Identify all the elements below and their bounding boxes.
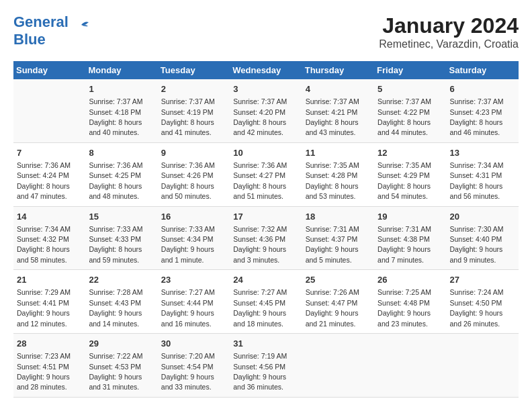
week-row-4: 21Sunrise: 7:29 AMSunset: 4:41 PMDayligh… — [13, 270, 519, 334]
day-cell: 4Sunrise: 7:37 AMSunset: 4:21 PMDaylight… — [302, 79, 374, 142]
header-wednesday: Wednesday — [230, 61, 302, 79]
day-info: Sunrise: 7:28 AMSunset: 4:43 PMDaylight:… — [89, 288, 142, 327]
page-subtitle: Remetinec, Varazdin, Croatia — [379, 38, 519, 50]
day-info: Sunrise: 7:31 AMSunset: 4:38 PMDaylight:… — [378, 225, 431, 264]
header-monday: Monday — [85, 61, 157, 79]
day-cell: 22Sunrise: 7:28 AMSunset: 4:43 PMDayligh… — [85, 270, 157, 334]
day-cell — [13, 79, 85, 142]
day-number: 2 — [161, 83, 226, 95]
day-info: Sunrise: 7:31 AMSunset: 4:37 PMDaylight:… — [306, 225, 359, 264]
day-number: 13 — [450, 147, 515, 159]
day-cell — [302, 334, 374, 398]
header-friday: Friday — [374, 61, 446, 79]
day-cell: 8Sunrise: 7:36 AMSunset: 4:25 PMDaylight… — [85, 142, 157, 206]
day-info: Sunrise: 7:37 AMSunset: 4:21 PMDaylight:… — [306, 97, 359, 136]
day-cell: 15Sunrise: 7:33 AMSunset: 4:33 PMDayligh… — [85, 206, 157, 270]
day-cell: 14Sunrise: 7:34 AMSunset: 4:32 PMDayligh… — [13, 206, 85, 270]
day-number: 15 — [89, 211, 154, 223]
day-cell — [447, 334, 519, 398]
day-info: Sunrise: 7:23 AMSunset: 4:51 PMDaylight:… — [17, 352, 71, 391]
day-info: Sunrise: 7:25 AMSunset: 4:48 PMDaylight:… — [378, 288, 431, 327]
day-number: 25 — [306, 274, 371, 286]
day-cell: 25Sunrise: 7:26 AMSunset: 4:47 PMDayligh… — [302, 270, 374, 334]
day-number: 24 — [233, 274, 298, 286]
day-number: 8 — [89, 147, 154, 159]
day-cell: 28Sunrise: 7:23 AMSunset: 4:51 PMDayligh… — [13, 334, 85, 398]
day-number: 6 — [450, 83, 515, 95]
calendar-table: Sunday Monday Tuesday Wednesday Thursday… — [13, 61, 519, 398]
day-info: Sunrise: 7:37 AMSunset: 4:18 PMDaylight:… — [89, 97, 142, 136]
day-number: 7 — [17, 147, 82, 159]
day-number: 14 — [17, 211, 82, 223]
day-number: 31 — [233, 338, 298, 350]
day-info: Sunrise: 7:27 AMSunset: 4:44 PMDaylight:… — [161, 288, 215, 327]
day-cell: 5Sunrise: 7:37 AMSunset: 4:22 PMDaylight… — [374, 79, 446, 142]
day-number: 3 — [233, 83, 298, 95]
day-number: 28 — [17, 338, 82, 350]
day-info: Sunrise: 7:36 AMSunset: 4:27 PMDaylight:… — [233, 161, 287, 200]
day-cell: 18Sunrise: 7:31 AMSunset: 4:37 PMDayligh… — [302, 206, 374, 270]
title-block: January 2024 Remetinec, Varazdin, Croati… — [379, 13, 519, 50]
day-info: Sunrise: 7:35 AMSunset: 4:29 PMDaylight:… — [378, 161, 431, 200]
day-number: 11 — [306, 147, 371, 159]
day-info: Sunrise: 7:36 AMSunset: 4:25 PMDaylight:… — [89, 161, 142, 200]
day-cell: 3Sunrise: 7:37 AMSunset: 4:20 PMDaylight… — [230, 79, 302, 142]
day-cell: 9Sunrise: 7:36 AMSunset: 4:26 PMDaylight… — [158, 142, 230, 206]
day-info: Sunrise: 7:27 AMSunset: 4:45 PMDaylight:… — [233, 288, 287, 327]
page-title: January 2024 — [379, 13, 519, 38]
day-info: Sunrise: 7:34 AMSunset: 4:31 PMDaylight:… — [450, 161, 504, 200]
day-number: 30 — [161, 338, 226, 350]
day-info: Sunrise: 7:37 AMSunset: 4:20 PMDaylight:… — [233, 97, 287, 136]
week-row-2: 7Sunrise: 7:36 AMSunset: 4:24 PMDaylight… — [13, 142, 519, 206]
page-header: GeneralBlue January 2024 Remetinec, Vara… — [13, 13, 519, 50]
day-cell: 2Sunrise: 7:37 AMSunset: 4:19 PMDaylight… — [158, 79, 230, 142]
day-number: 23 — [161, 274, 226, 286]
day-number: 29 — [89, 338, 154, 350]
week-row-1: 1Sunrise: 7:37 AMSunset: 4:18 PMDaylight… — [13, 79, 519, 142]
day-cell: 29Sunrise: 7:22 AMSunset: 4:53 PMDayligh… — [85, 334, 157, 398]
day-cell — [374, 334, 446, 398]
header-saturday: Saturday — [447, 61, 519, 79]
day-number: 9 — [161, 147, 226, 159]
day-number: 16 — [161, 211, 226, 223]
logo-text: GeneralBlue — [13, 13, 69, 48]
day-info: Sunrise: 7:35 AMSunset: 4:28 PMDaylight:… — [306, 161, 359, 200]
day-cell: 1Sunrise: 7:37 AMSunset: 4:18 PMDaylight… — [85, 79, 157, 142]
logo: GeneralBlue — [13, 13, 91, 48]
day-cell: 7Sunrise: 7:36 AMSunset: 4:24 PMDaylight… — [13, 142, 85, 206]
day-cell: 12Sunrise: 7:35 AMSunset: 4:29 PMDayligh… — [374, 142, 446, 206]
day-info: Sunrise: 7:29 AMSunset: 4:41 PMDaylight:… — [17, 288, 71, 327]
logo-bird-icon — [71, 18, 91, 38]
day-cell: 17Sunrise: 7:32 AMSunset: 4:36 PMDayligh… — [230, 206, 302, 270]
day-cell: 30Sunrise: 7:20 AMSunset: 4:54 PMDayligh… — [158, 334, 230, 398]
day-number: 1 — [89, 83, 154, 95]
day-info: Sunrise: 7:32 AMSunset: 4:36 PMDaylight:… — [233, 225, 287, 264]
day-info: Sunrise: 7:37 AMSunset: 4:19 PMDaylight:… — [161, 97, 215, 136]
day-info: Sunrise: 7:36 AMSunset: 4:24 PMDaylight:… — [17, 161, 71, 200]
day-info: Sunrise: 7:34 AMSunset: 4:32 PMDaylight:… — [17, 225, 71, 264]
day-info: Sunrise: 7:36 AMSunset: 4:26 PMDaylight:… — [161, 161, 215, 200]
day-cell: 19Sunrise: 7:31 AMSunset: 4:38 PMDayligh… — [374, 206, 446, 270]
day-info: Sunrise: 7:30 AMSunset: 4:40 PMDaylight:… — [450, 225, 504, 264]
calendar-header-row: Sunday Monday Tuesday Wednesday Thursday… — [13, 61, 519, 79]
day-cell: 23Sunrise: 7:27 AMSunset: 4:44 PMDayligh… — [158, 270, 230, 334]
day-number: 4 — [306, 83, 371, 95]
day-number: 18 — [306, 211, 371, 223]
day-cell: 26Sunrise: 7:25 AMSunset: 4:48 PMDayligh… — [374, 270, 446, 334]
day-info: Sunrise: 7:37 AMSunset: 4:22 PMDaylight:… — [378, 97, 431, 136]
day-number: 20 — [450, 211, 515, 223]
day-info: Sunrise: 7:37 AMSunset: 4:23 PMDaylight:… — [450, 97, 504, 136]
header-tuesday: Tuesday — [158, 61, 230, 79]
day-cell: 20Sunrise: 7:30 AMSunset: 4:40 PMDayligh… — [447, 206, 519, 270]
day-cell: 10Sunrise: 7:36 AMSunset: 4:27 PMDayligh… — [230, 142, 302, 206]
day-cell: 16Sunrise: 7:33 AMSunset: 4:34 PMDayligh… — [158, 206, 230, 270]
day-info: Sunrise: 7:26 AMSunset: 4:47 PMDaylight:… — [306, 288, 359, 327]
day-number: 10 — [233, 147, 298, 159]
day-cell: 24Sunrise: 7:27 AMSunset: 4:45 PMDayligh… — [230, 270, 302, 334]
week-row-5: 28Sunrise: 7:23 AMSunset: 4:51 PMDayligh… — [13, 334, 519, 398]
day-number: 21 — [17, 274, 82, 286]
day-cell: 13Sunrise: 7:34 AMSunset: 4:31 PMDayligh… — [447, 142, 519, 206]
day-cell: 11Sunrise: 7:35 AMSunset: 4:28 PMDayligh… — [302, 142, 374, 206]
day-info: Sunrise: 7:22 AMSunset: 4:53 PMDaylight:… — [89, 352, 142, 391]
day-info: Sunrise: 7:24 AMSunset: 4:50 PMDaylight:… — [450, 288, 504, 327]
